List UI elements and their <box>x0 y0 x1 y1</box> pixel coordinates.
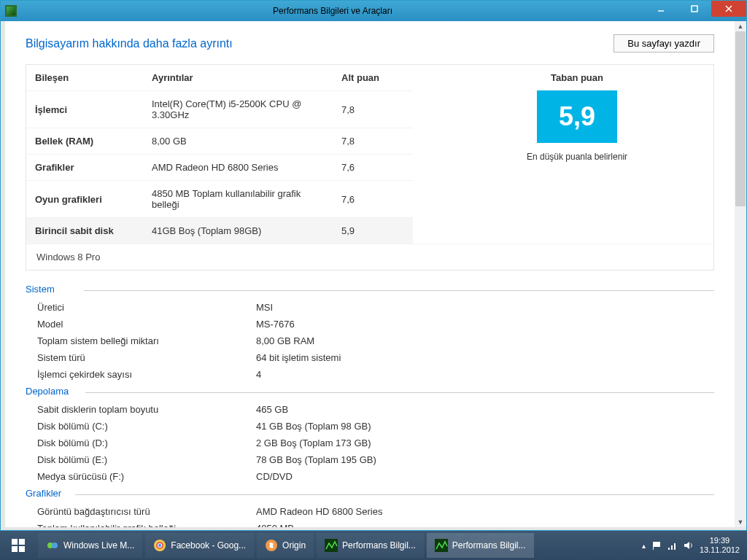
section-graphics-title: Grafikler <box>26 488 714 499</box>
header-component: Bileşen <box>26 65 143 91</box>
taskbar-item-perf2[interactable]: Performans Bilgil... <box>427 533 534 558</box>
close-icon <box>725 5 732 12</box>
table-row: Grafikler AMD Radeon HD 6800 Series 7,6 <box>26 155 413 181</box>
network-icon[interactable] <box>667 540 678 551</box>
svg-rect-15 <box>325 539 338 552</box>
list-item: İşlemci çekirdek sayısı4 <box>26 366 714 383</box>
wlm-icon <box>46 539 59 552</box>
flag-icon[interactable] <box>651 540 662 551</box>
svg-rect-4 <box>12 539 18 545</box>
score-panel: Bileşen Ayrıntılar Alt puan İşlemci Inte… <box>26 64 714 271</box>
section-storage-title: Depolama <box>26 386 714 397</box>
start-button[interactable] <box>0 531 36 560</box>
minimize-icon <box>657 5 665 12</box>
header-details: Ayrıntılar <box>143 65 333 91</box>
origin-icon <box>265 539 278 552</box>
base-score-box: Taban puan 5,9 En düşük puanla belirleni… <box>441 72 713 163</box>
svg-rect-17 <box>653 542 660 547</box>
print-button[interactable]: Bu sayfayı yazdır <box>614 34 714 52</box>
list-item: ModelMS-7676 <box>26 316 714 332</box>
performance-icon <box>325 539 338 552</box>
svg-rect-19 <box>668 548 670 550</box>
chrome-icon <box>153 539 166 552</box>
window-buttons <box>644 1 746 21</box>
scroll-up-icon[interactable]: ▲ <box>735 21 746 31</box>
scroll-thumb[interactable] <box>735 31 746 206</box>
svg-point-13 <box>158 544 161 547</box>
tray-time: 19:39 <box>700 536 740 545</box>
svg-rect-18 <box>653 542 654 550</box>
taskbar-item-origin[interactable]: Origin <box>257 533 314 558</box>
taskbar: Windows Live M... Facebook - Goog... Ori… <box>0 531 747 560</box>
svg-rect-5 <box>19 539 25 545</box>
svg-rect-7 <box>19 546 25 552</box>
scroll-down-icon[interactable]: ▼ <box>735 517 746 527</box>
table-row: İşlemci Intel(R) Core(TM) i5-2500K CPU @… <box>26 91 413 128</box>
app-icon <box>5 5 17 17</box>
windows-icon <box>11 538 26 553</box>
tray-clock[interactable]: 19:39 13.11.2012 <box>700 536 740 554</box>
window-title: Performans Bilgileri ve Araçları <box>21 6 644 16</box>
list-item: Disk bölümü (D:)2 GB Boş (Toplam 173 GB) <box>26 435 714 451</box>
titlebar[interactable]: Performans Bilgileri ve Araçları <box>1 1 746 21</box>
taskbar-item-wlm[interactable]: Windows Live M... <box>38 533 142 558</box>
base-score-header: Taban puan <box>441 72 713 83</box>
maximize-icon <box>691 5 698 12</box>
svg-rect-21 <box>674 543 676 550</box>
content-area: Bilgisayarım hakkında daha fazla ayrıntı… <box>5 21 735 527</box>
system-tray: ▴ 19:39 13.11.2012 <box>635 531 747 560</box>
list-item: Toplam sistem belleği miktarı8,00 GB RAM <box>26 332 714 349</box>
svg-rect-1 <box>692 6 697 12</box>
table-row: Bellek (RAM) 8,00 GB 7,8 <box>26 128 413 155</box>
list-item: Disk bölümü (E:)78 GB Boş (Toplam 195 GB… <box>26 451 714 468</box>
volume-icon[interactable] <box>684 540 694 551</box>
table-row: Oyun grafikleri 4850 MB Toplam kullanıla… <box>26 181 413 218</box>
app-window: Performans Bilgileri ve Araçları Bilgisa… <box>0 0 747 531</box>
svg-rect-16 <box>435 539 448 552</box>
list-item: Sistem türü64 bit işletim sistemi <box>26 349 714 366</box>
tray-overflow-icon[interactable]: ▴ <box>642 542 646 550</box>
performance-icon <box>435 539 448 552</box>
section-system-title: Sistem <box>26 284 714 295</box>
vertical-scrollbar[interactable]: ▲ ▼ <box>735 21 746 527</box>
score-table: Bileşen Ayrıntılar Alt puan İşlemci Inte… <box>26 65 413 244</box>
base-score-value: 5,9 <box>537 90 617 143</box>
close-button[interactable] <box>711 1 746 17</box>
header-subscore: Alt puan <box>333 65 413 91</box>
list-item: Medya sürücüsü (F:)CD/DVD <box>26 468 714 485</box>
list-item: Sabit disklerin toplam boyutu465 GB <box>26 401 714 418</box>
list-item: ÜreticiMSI <box>26 299 714 316</box>
tray-date: 13.11.2012 <box>700 545 740 555</box>
svg-marker-22 <box>684 542 689 549</box>
taskbar-item-perf1[interactable]: Performans Bilgil... <box>317 533 424 558</box>
svg-rect-20 <box>671 545 673 550</box>
taskbar-item-chrome[interactable]: Facebook - Goog... <box>145 533 254 558</box>
base-score-note: En düşük puanla belirlenir <box>441 152 713 163</box>
minimize-button[interactable] <box>644 1 678 17</box>
list-item: Görüntü bağdaştırıcısı türüAMD Radeon HD… <box>26 503 714 520</box>
list-item: Disk bölümü (C:)41 GB Boş (Toplam 98 GB) <box>26 418 714 435</box>
list-item: Toplam kullanılabilir grafik belleği4850… <box>26 520 714 527</box>
svg-rect-6 <box>12 546 18 552</box>
maximize-button[interactable] <box>678 1 711 17</box>
page-title: Bilgisayarım hakkında daha fazla ayrıntı <box>26 37 233 50</box>
table-row: Birincil sabit disk 41GB Boş (Toplam 98G… <box>26 218 413 244</box>
os-label: Windows 8 Pro <box>26 244 713 270</box>
svg-point-9 <box>52 542 58 548</box>
